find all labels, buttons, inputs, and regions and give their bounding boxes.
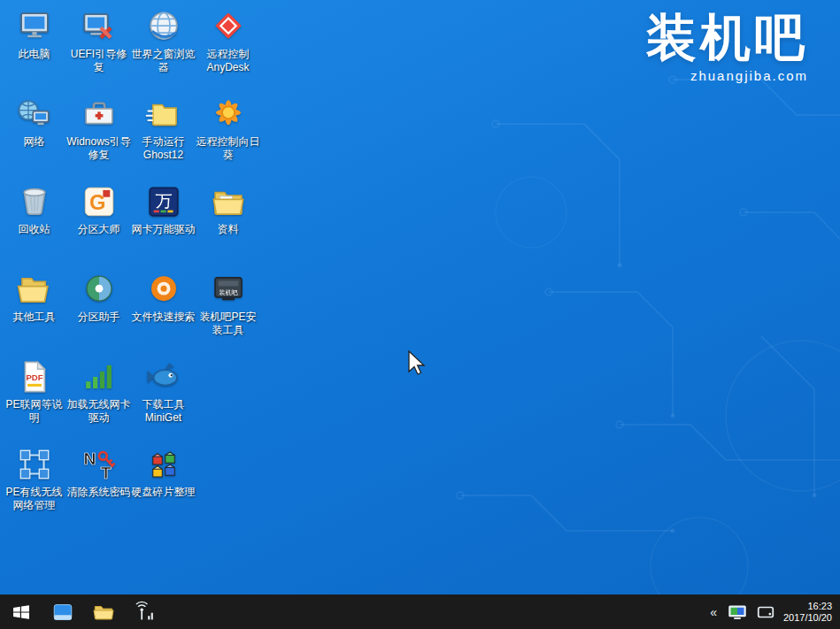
desktop-icon-pe-network-instructions[interactable]: PDF PE联网等说明 — [2, 355, 66, 425]
svg-text:装机吧: 装机吧 — [219, 289, 238, 296]
desktop-icon-clear-password[interactable]: N T 清除系统密码 — [66, 442, 131, 499]
recycle-bin-icon — [16, 183, 53, 220]
file-explorer-folder-icon — [92, 601, 115, 624]
svg-text:PDF: PDF — [26, 372, 42, 382]
icon-label: 分区大师 — [78, 223, 120, 236]
desktop-icon-other-tools[interactable]: 其他工具 — [2, 267, 66, 324]
partition-assistant-icon — [81, 271, 118, 308]
toolbox-icon — [81, 96, 118, 133]
desktop-icon-uefi-boot-repair[interactable]: UEFI引导修复 — [66, 4, 131, 74]
clock-time: 16:23 — [783, 601, 832, 612]
tray-display-icon[interactable] — [727, 602, 748, 622]
desktop-icon-network[interactable]: 网络 — [2, 92, 66, 149]
desktop-icon-pe-network-manager[interactable]: PE有线无线网络管理 — [2, 442, 66, 512]
desktop-icon-recycle-bin[interactable]: 回收站 — [2, 180, 66, 236]
icon-row-1: 此电脑 UEFI引导修复 世界之窗浏览器 — [2, 4, 260, 92]
icon-label: 下载工具MiniGet — [131, 398, 196, 425]
desktop-icon-ghost12[interactable]: 手动运行Ghost12 — [131, 92, 196, 162]
icon-label: 分区助手 — [78, 311, 120, 324]
icon-label: PE有线无线网络管理 — [2, 486, 66, 512]
desktop-icon-world-window-browser[interactable]: 世界之窗浏览器 — [131, 4, 196, 74]
icon-label: 回收站 — [19, 223, 50, 236]
icon-label: 清除系统密码 — [67, 486, 131, 499]
icon-label: 文件快速搜索 — [132, 311, 196, 324]
system-tray: « 16:23 2017/10/20 — [708, 594, 840, 629]
icon-label: 远程控制AnyDesk — [196, 48, 260, 74]
icon-label: 其他工具 — [13, 311, 56, 324]
brand-logo-title: 装机吧 — [646, 9, 808, 67]
desktop[interactable]: 装机吧 zhuangjiba.com 此电脑 — [0, 0, 840, 594]
icon-label: UEFI引导修复 — [66, 48, 131, 74]
desktop-icon-universal-nic-driver[interactable]: 万 网卡万能驱动 — [131, 180, 196, 236]
wan-driver-icon: 万 — [145, 183, 182, 220]
signal-bars-icon — [81, 358, 118, 395]
icon-label: PE联网等说明 — [2, 398, 66, 425]
taskbar-app-network-signal[interactable] — [124, 594, 165, 629]
network-icon — [16, 96, 53, 133]
icon-row-6: PE有线无线网络管理 N T 清除系统密码 — [2, 442, 260, 530]
anydesk-icon — [210, 8, 247, 45]
data-folder-icon — [210, 183, 247, 220]
icon-row-4: 其他工具 分区助手 文件快速搜索 — [2, 267, 260, 355]
nt-password-key-icon: N T — [81, 446, 118, 483]
desktop-icon-this-pc[interactable]: 此电脑 — [2, 4, 66, 61]
icon-label: 硬盘碎片整理 — [132, 486, 196, 499]
icon-label: 资料 — [218, 223, 239, 236]
icon-row-3: 回收站 G 分区大师 万 网卡万能驱动 — [2, 180, 260, 267]
icon-label: 手动运行Ghost12 — [131, 135, 196, 162]
icon-label: 装机吧PE安装工具 — [196, 311, 260, 337]
icon-label: 远程控制向日葵 — [196, 135, 260, 162]
brand-logo: 装机吧 zhuangjiba.com — [646, 9, 808, 83]
other-tools-folder-icon — [16, 271, 53, 308]
browser-globe-icon — [145, 8, 182, 45]
svg-text:G: G — [89, 191, 105, 214]
desktop-icon-data-folder[interactable]: 资料 — [196, 180, 260, 236]
antenna-signal-icon — [132, 600, 157, 625]
pdf-document-icon: PDF — [16, 358, 53, 395]
windows-logo-icon — [11, 602, 32, 623]
svg-text:N: N — [83, 449, 96, 468]
icon-label: 此电脑 — [19, 48, 50, 61]
pe-installer-icon: 装机吧 — [210, 271, 247, 308]
start-button[interactable] — [0, 594, 42, 629]
icon-label: 网络 — [24, 135, 45, 149]
icon-row-2: 网络 Widnows引导修复 手动运行Ghost12 — [2, 92, 260, 180]
desktop-icon-disk-defrag[interactable]: 硬盘碎片整理 — [131, 442, 196, 499]
uefi-boot-repair-icon — [81, 8, 118, 45]
svg-text:万: 万 — [155, 192, 172, 211]
diskgenius-icon: G — [81, 183, 118, 220]
icon-label: 网卡万能驱动 — [132, 223, 196, 236]
taskbar: « 16:23 2017/10/20 — [0, 594, 840, 629]
ghost12-folder-icon — [145, 96, 182, 133]
desktop-icon-grid: 此电脑 UEFI引导修复 世界之窗浏览器 — [2, 4, 260, 530]
desktop-icon-miniget-downloader[interactable]: 下载工具MiniGet — [131, 355, 196, 425]
taskbar-app-blue-window[interactable] — [42, 594, 83, 629]
desktop-icon-fast-file-search[interactable]: 文件快速搜索 — [131, 267, 196, 324]
brand-logo-domain: zhuangjiba.com — [646, 68, 808, 83]
icon-label: Widnows引导修复 — [66, 135, 131, 162]
desktop-icon-sunflower-remote[interactable]: 远程控制向日葵 — [196, 92, 260, 162]
sunflower-icon — [210, 96, 247, 133]
defrag-blocks-icon — [145, 446, 182, 483]
desktop-icon-diskgenius[interactable]: G 分区大师 — [66, 180, 131, 236]
icon-label: 世界之窗浏览器 — [131, 48, 196, 74]
desktop-icon-load-wireless-driver[interactable]: 加载无线网卡驱动 — [66, 355, 131, 425]
fish-icon — [145, 358, 182, 395]
taskbar-clock[interactable]: 16:23 2017/10/20 — [783, 601, 832, 624]
icon-row-5: PDF PE联网等说明 加载无线网卡驱动 — [2, 355, 260, 442]
file-search-icon — [145, 271, 182, 308]
icon-label: 加载无线网卡驱动 — [66, 398, 131, 425]
desktop-icon-partition-assistant[interactable]: 分区助手 — [66, 267, 131, 324]
clock-date: 2017/10/20 — [783, 612, 832, 624]
desktop-icon-zhuangjiba-pe-installer[interactable]: 装机吧 装机吧PE安装工具 — [196, 267, 260, 337]
tray-device-icon[interactable] — [756, 603, 775, 621]
desktop-icon-windows-boot-repair[interactable]: Widnows引导修复 — [66, 92, 131, 162]
desktop-icon-anydesk-remote[interactable]: 远程控制AnyDesk — [196, 4, 260, 74]
svg-text:T: T — [100, 464, 111, 482]
this-pc-icon — [16, 8, 53, 45]
network-topology-icon — [16, 446, 53, 483]
tray-expand-chevron[interactable]: « — [708, 605, 719, 619]
taskbar-app-file-explorer[interactable] — [83, 594, 124, 629]
blue-window-icon — [51, 601, 74, 624]
